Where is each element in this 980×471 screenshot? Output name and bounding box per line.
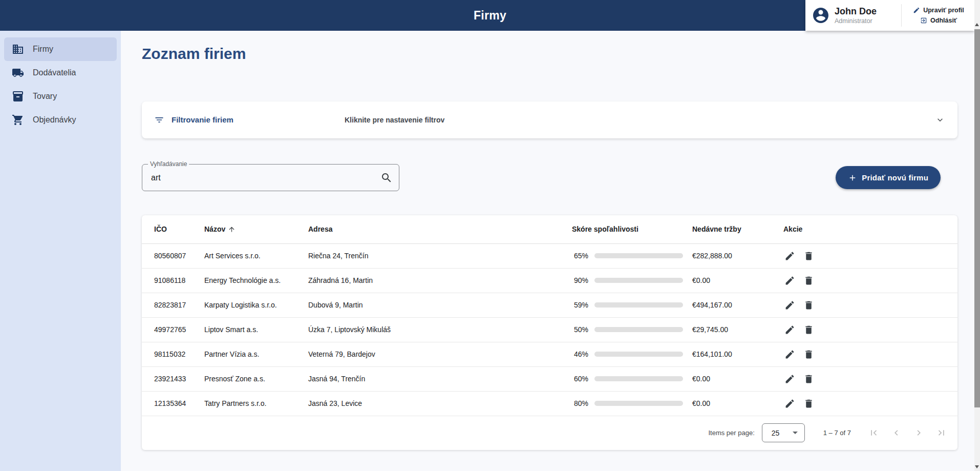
paginator: Items per page: 25 1 – 7 of 7 — [142, 416, 957, 450]
pencil-icon — [784, 398, 795, 409]
edit-row-button[interactable] — [783, 250, 796, 262]
cell-nazov: Art Services s.r.o. — [204, 252, 308, 260]
next-page-icon — [913, 427, 924, 438]
cell-akcie — [783, 373, 957, 385]
score-value: 60% — [572, 375, 588, 383]
edit-row-button[interactable] — [783, 299, 796, 311]
scroll-down-icon[interactable] — [975, 465, 979, 468]
delete-row-button[interactable] — [802, 348, 815, 360]
filter-panel-description: Kliknite pre nastavenie filtrov — [345, 116, 935, 124]
cell-skore: 65% — [572, 252, 692, 260]
search-field[interactable]: Vyhľadávanie — [142, 164, 399, 191]
cell-trzby: €494,167.00 — [692, 301, 783, 309]
cell-nazov: Liptov Smart a.s. — [204, 325, 308, 334]
table-row: 12135364 Tatry Partners s.r.o. Jasná 23,… — [142, 392, 957, 416]
delete-row-button[interactable] — [802, 299, 815, 311]
column-header-adresa[interactable]: Adresa — [308, 225, 572, 233]
cell-trzby: €0.00 — [692, 276, 783, 284]
table-row: 23921433 Presnosť Zone a.s. Jasná 94, Tr… — [142, 367, 957, 392]
logout-button[interactable]: Odhlásiť — [920, 17, 957, 24]
add-company-label: Pridať novú firmu — [862, 173, 928, 182]
column-header-skore[interactable]: Skóre spoľahlivosti — [572, 225, 692, 233]
page-size-value: 25 — [772, 429, 780, 437]
cell-skore: 46% — [572, 350, 692, 358]
pencil-icon — [784, 300, 795, 311]
sidebar-item-label: Dodávatelia — [33, 68, 76, 77]
person-circle-icon — [812, 6, 830, 25]
inventory-icon — [12, 90, 24, 103]
trash-icon — [803, 324, 814, 335]
sidebar-item-dodavatelia[interactable]: Dodávatelia — [4, 61, 117, 85]
column-header-trzby[interactable]: Nedávne tržby — [692, 225, 783, 233]
main-content: Zoznam firiem Filtrovanie firiem Kliknit… — [121, 31, 974, 450]
items-per-page-label: Items per page: — [708, 429, 754, 437]
delete-row-button[interactable] — [802, 250, 815, 262]
user-info: John Doe Administrator — [835, 6, 895, 25]
search-icon[interactable] — [380, 172, 393, 184]
edit-profile-label: Upraviť profil — [923, 7, 964, 14]
table-header-row: IČO Názov Adresa Skóre spoľahlivosti Ned… — [142, 215, 957, 244]
delete-row-button[interactable] — [802, 274, 815, 286]
score-progress-bar — [594, 327, 683, 332]
scroll-up-icon[interactable] — [975, 23, 979, 26]
cell-akcie — [783, 323, 957, 336]
add-company-button[interactable]: Pridať novú firmu — [836, 166, 941, 189]
scrollbar-thumb[interactable] — [974, 29, 980, 407]
cell-ico: 82823817 — [142, 301, 204, 309]
cell-trzby: €282,888.00 — [692, 252, 783, 260]
cell-nazov: Presnosť Zone a.s. — [204, 375, 308, 383]
next-page-button[interactable] — [907, 423, 930, 443]
cell-skore: 80% — [572, 399, 692, 407]
delete-row-button[interactable] — [802, 323, 815, 336]
pencil-icon — [784, 324, 795, 335]
cell-adresa: Jasná 94, Trenčín — [308, 375, 572, 383]
cell-ico: 49972765 — [142, 325, 204, 334]
pager-buttons — [862, 423, 952, 443]
companies-table: IČO Názov Adresa Skóre spoľahlivosti Ned… — [142, 215, 957, 450]
user-card: John Doe Administrator Upraviť profil Od… — [805, 0, 974, 31]
pencil-icon — [784, 374, 795, 384]
score-value: 90% — [572, 276, 588, 284]
cell-akcie — [783, 348, 957, 360]
sidebar-item-objednavky[interactable]: Objednávky — [4, 108, 117, 132]
score-value: 80% — [572, 399, 588, 407]
cell-ico: 12135364 — [142, 399, 204, 407]
cell-adresa: Riečna 24, Trenčín — [308, 252, 572, 260]
sidebar-item-label: Tovary — [33, 92, 57, 101]
table-row: 91086118 Energy Technológie a.s. Záhradn… — [142, 269, 957, 293]
chevron-down-icon[interactable] — [935, 115, 945, 125]
sidebar-item-tovary[interactable]: Tovary — [4, 85, 117, 108]
delete-row-button[interactable] — [802, 373, 815, 385]
trash-icon — [803, 251, 814, 261]
first-page-button[interactable] — [862, 423, 885, 443]
edit-row-button[interactable] — [783, 274, 796, 286]
cell-ico: 98115032 — [142, 350, 204, 358]
column-header-ico[interactable]: IČO — [142, 225, 204, 233]
trash-icon — [803, 398, 814, 409]
page-size-select[interactable]: 25 — [762, 423, 805, 442]
filter-panel-title: Filtrovanie firiem — [172, 115, 233, 124]
delete-row-button[interactable] — [802, 397, 815, 409]
sidebar-item-firmy[interactable]: Firmy — [4, 37, 117, 61]
filter-panel[interactable]: Filtrovanie firiem Kliknite pre nastaven… — [142, 101, 957, 138]
edit-profile-button[interactable]: Upraviť profil — [913, 7, 964, 14]
edit-row-button[interactable] — [783, 397, 796, 409]
pencil-icon — [784, 251, 795, 261]
building-icon — [12, 43, 24, 55]
table-row: 82823817 Karpaty Logistika s.r.o. Dubová… — [142, 293, 957, 318]
last-page-button[interactable] — [930, 423, 952, 443]
page-scrollbar[interactable] — [974, 0, 980, 471]
table-body: 80560807 Art Services s.r.o. Riečna 24, … — [142, 244, 957, 416]
user-role: Administrator — [835, 17, 895, 25]
search-input[interactable] — [150, 173, 380, 183]
edit-row-button[interactable] — [783, 323, 796, 336]
edit-row-button[interactable] — [783, 348, 796, 360]
last-page-icon — [936, 427, 947, 438]
cell-akcie — [783, 274, 957, 286]
column-header-nazov[interactable]: Názov — [204, 225, 308, 233]
pencil-icon — [913, 7, 920, 14]
previous-page-button[interactable] — [885, 423, 907, 443]
score-progress-bar — [594, 376, 683, 381]
edit-row-button[interactable] — [783, 373, 796, 385]
cell-akcie — [783, 299, 957, 311]
